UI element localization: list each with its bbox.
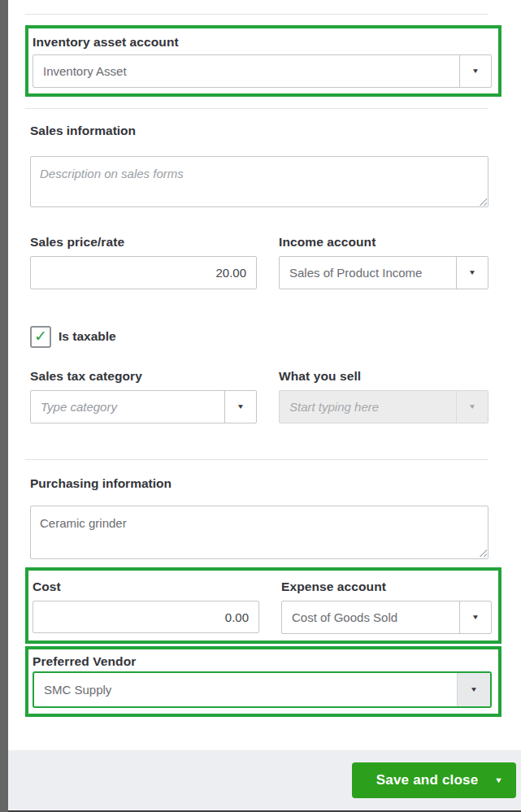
is-taxable-checkbox[interactable]: ✓ (30, 326, 51, 348)
inventory-asset-account-select[interactable]: Inventory Asset ▼ (33, 54, 492, 88)
panel-left-edge (0, 0, 8, 812)
inventory-asset-account-label: Inventory asset account (33, 34, 492, 50)
expense-account-value: Cost of Goods Sold (282, 601, 459, 633)
cost-input[interactable] (33, 601, 259, 633)
sales-price-row: Sales price/rate Income account Sales of… (30, 234, 488, 289)
sales-tax-category-placeholder: Type category (31, 391, 224, 423)
sales-tax-category-select[interactable]: Type category ▼ (30, 390, 257, 423)
cost-label: Cost (33, 579, 259, 594)
save-options-chevron-icon: ▼ (494, 776, 516, 784)
chevron-down-icon: ▼ (237, 403, 245, 410)
is-taxable-label: Is taxable (59, 329, 116, 344)
sales-information-heading: Sales information (30, 124, 136, 138)
purchasing-information-heading: Purchasing information (30, 476, 171, 491)
checkmark-icon: ✓ (34, 328, 47, 344)
chevron-down-icon: ▼ (471, 67, 480, 75)
sales-price-rate-input[interactable] (30, 256, 257, 289)
save-and-close-label: Save and close (352, 772, 494, 788)
section-divider (25, 108, 488, 109)
preferred-vendor-select[interactable]: SMC Supply ▼ (33, 671, 492, 708)
product-service-edit-panel: Inventory asset account Inventory Asset … (0, 0, 521, 812)
inventory-asset-account-value: Inventory Asset (33, 55, 459, 87)
footer-bar: Save and close ▼ (8, 750, 521, 810)
chevron-down-icon: ▼ (471, 614, 480, 621)
what-you-sell-select-disabled: Start typing here ▼ (279, 390, 488, 423)
expense-account-label: Expense account (281, 579, 492, 594)
expense-account-field: Expense account Cost of Goods Sold ▼ (281, 579, 492, 634)
preferred-vendor-value: SMC Supply (34, 673, 457, 706)
form-content: Inventory asset account Inventory Asset … (8, 0, 521, 750)
sales-tax-category-label: Sales tax category (30, 368, 257, 384)
chevron-down-icon: ▼ (468, 403, 476, 410)
purchasing-description-textarea[interactable]: Ceramic grinder (30, 506, 488, 559)
income-account-dropdown-toggle[interactable]: ▼ (456, 257, 488, 289)
what-you-sell-label: What you sell (279, 368, 488, 384)
what-you-sell-placeholder: Start typing here (280, 391, 456, 423)
section-divider (25, 14, 488, 15)
sales-tax-category-dropdown-toggle[interactable]: ▼ (224, 391, 256, 423)
cost-field: Cost (33, 579, 259, 634)
what-you-sell-dropdown-toggle: ▼ (456, 391, 488, 423)
sales-tax-row: Sales tax category Type category ▼ What … (30, 368, 488, 423)
inventory-asset-highlight-box: Inventory asset account Inventory Asset … (25, 25, 501, 97)
section-divider (25, 459, 488, 460)
income-account-label: Income account (279, 234, 488, 250)
income-account-value: Sales of Product Income (280, 257, 456, 289)
cost-row: Cost Expense account Cost of Goods Sold … (33, 579, 492, 634)
chevron-down-icon: ▼ (468, 269, 476, 276)
income-account-select[interactable]: Sales of Product Income ▼ (279, 256, 488, 289)
inventory-asset-dropdown-toggle[interactable]: ▼ (459, 55, 491, 87)
income-account-field: Income account Sales of Product Income ▼ (279, 234, 488, 289)
chevron-down-icon: ▼ (470, 686, 478, 693)
preferred-vendor-dropdown-toggle[interactable]: ▼ (457, 673, 490, 706)
expense-account-dropdown-toggle[interactable]: ▼ (459, 601, 491, 633)
sales-tax-category-field: Sales tax category Type category ▼ (30, 368, 257, 423)
sales-price-rate-label: Sales price/rate (30, 234, 257, 250)
sales-price-rate-field: Sales price/rate (30, 234, 257, 289)
preferred-vendor-label: Preferred Vendor (33, 654, 492, 669)
expense-account-select[interactable]: Cost of Goods Sold ▼ (281, 601, 492, 634)
is-taxable-row: ✓ Is taxable (30, 325, 116, 348)
preferred-vendor-highlight-box: Preferred Vendor SMC Supply ▼ (25, 646, 501, 717)
save-and-close-button[interactable]: Save and close ▼ (352, 762, 516, 798)
what-you-sell-field: What you sell Start typing here ▼ (279, 368, 488, 423)
sales-description-textarea[interactable] (30, 156, 488, 207)
cost-expense-highlight-box: Cost Expense account Cost of Goods Sold … (25, 567, 501, 644)
